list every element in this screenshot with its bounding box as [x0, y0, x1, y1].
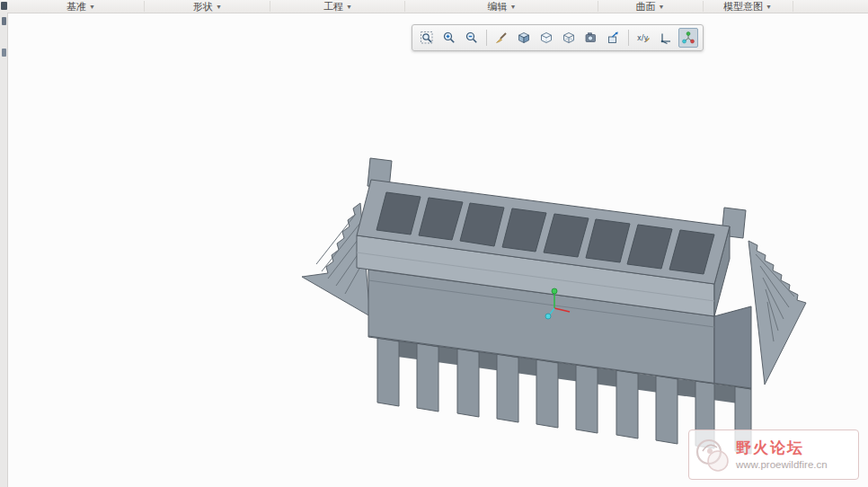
zoom-out-button[interactable]: [462, 28, 482, 48]
navigator-toggle-icon[interactable]: [2, 17, 6, 25]
axes-display-icon: x/y: [636, 31, 651, 45]
chevron-down-icon: ▼: [659, 4, 665, 10]
ribbon-group-shapes[interactable]: 形状 ▼: [146, 0, 270, 13]
zoom-in-button[interactable]: [439, 28, 459, 48]
zoom-in-icon: [442, 31, 456, 45]
wireframe-display-button[interactable]: [559, 28, 579, 48]
hidden-line-display-button[interactable]: [536, 28, 556, 48]
repaint-icon: [494, 31, 509, 45]
shaded-cube-icon: [517, 31, 531, 45]
ribbon-separator: [598, 1, 598, 12]
graphics-toolbar: x/y: [412, 24, 704, 51]
wireframe-cube-icon: [562, 31, 576, 45]
camera-icon: [584, 31, 598, 45]
chevron-down-icon: ▼: [766, 4, 772, 10]
forum-watermark: 野火论坛 www.proewildfire.cn: [688, 429, 859, 480]
watermark-url: www.proewildfire.cn: [736, 459, 858, 470]
ribbon-group-label: 曲面: [636, 0, 656, 13]
ribbon-group-engineering[interactable]: 工程 ▼: [271, 0, 404, 13]
ribbon-group-label: 工程: [323, 0, 343, 13]
watermark-title: 野火论坛: [736, 439, 858, 457]
navigator-toggle-icon[interactable]: [2, 49, 6, 57]
ribbon-overflow-icon[interactable]: [1, 2, 7, 10]
ribbon-separator: [703, 1, 704, 12]
ribbon-group-editing[interactable]: 编辑 ▼: [406, 0, 598, 13]
chevron-down-icon: ▼: [510, 4, 517, 10]
view-normal-button[interactable]: [604, 28, 624, 48]
hidden-line-cube-icon: [539, 31, 554, 45]
ribbon-group-label: 形状: [193, 0, 213, 13]
repaint-button[interactable]: [492, 28, 511, 48]
navigator-sash[interactable]: [0, 13, 8, 487]
zoom-out-icon: [465, 31, 479, 45]
zoom-region-button[interactable]: [417, 28, 437, 48]
ribbon-separator: [793, 1, 793, 12]
chevron-down-icon: ▼: [346, 4, 352, 10]
ribbon-separator: [144, 1, 145, 12]
graphics-viewport[interactable]: [8, 13, 868, 487]
csys-display-button[interactable]: [656, 28, 676, 48]
forum-logo-icon: [692, 433, 735, 478]
saved-views-button[interactable]: [581, 28, 601, 48]
view-normal-icon: [607, 31, 621, 45]
ribbon-separator: [404, 1, 405, 12]
ribbon-group-surfaces[interactable]: 曲面 ▼: [599, 0, 701, 13]
datum-display-button[interactable]: x/y: [633, 28, 653, 48]
shaded-display-button[interactable]: [514, 28, 534, 48]
ribbon-group-label: 模型意图: [723, 0, 763, 13]
ribbon-group-label: 基准: [66, 0, 86, 13]
chevron-down-icon: ▼: [216, 4, 222, 10]
spin-center-button[interactable]: [678, 28, 698, 48]
ribbon-group-datum[interactable]: 基准 ▼: [18, 0, 144, 13]
ribbon-separator: [270, 1, 270, 12]
coordinate-system-icon: [659, 31, 673, 45]
ribbon-group-bar: 基准 ▼ 形状 ▼ 工程 ▼ 编辑 ▼ 曲面 ▼ 模型意图 ▼: [0, 0, 868, 13]
zoom-region-icon: [420, 31, 434, 45]
ribbon-group-model-intent[interactable]: 模型意图 ▼: [704, 0, 791, 13]
toolbar-separator: [486, 30, 487, 46]
toolbar-separator: [628, 30, 629, 46]
spin-center-icon: [681, 31, 695, 45]
chevron-down-icon: ▼: [89, 4, 95, 10]
ribbon-group-label: 编辑: [488, 0, 508, 13]
